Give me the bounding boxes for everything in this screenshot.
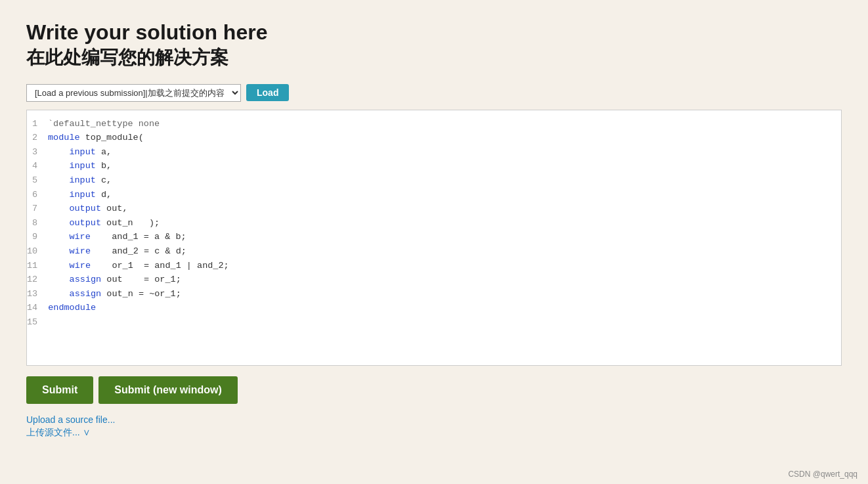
- code-line-4: 4 input b,: [27, 159, 841, 173]
- code-line-14: 14 endmodule: [27, 301, 841, 315]
- code-line-11: 11 wire or_1 = and_1 | and_2;: [27, 259, 841, 273]
- code-content-1: `default_nettype none: [48, 117, 160, 131]
- code-content-4: input b,: [48, 159, 112, 173]
- code-line-10: 10 wire and_2 = c & d;: [27, 244, 841, 259]
- line-num-10: 10: [27, 244, 48, 259]
- line-num-3: 3: [27, 145, 48, 160]
- upload-source-link[interactable]: Upload a source file...: [26, 414, 842, 425]
- code-line-2: 2 module top_module(: [27, 131, 841, 145]
- code-line-5: 5 input c,: [27, 173, 841, 188]
- line-num-7: 7: [27, 202, 48, 216]
- load-bar: [Load a previous submission]|加载之前提交的内容 L…: [26, 84, 842, 102]
- code-content-9: wire and_1 = a & b;: [48, 230, 186, 244]
- submit-button[interactable]: Submit: [26, 376, 93, 404]
- footer-credit: CSDN @qwert_qqq: [788, 470, 857, 479]
- code-content-5: input c,: [48, 173, 112, 188]
- line-num-4: 4: [27, 159, 48, 173]
- line-num-1: 1: [27, 117, 48, 131]
- code-line-6: 6 input d,: [27, 188, 841, 202]
- load-button[interactable]: Load: [246, 84, 289, 101]
- submission-select[interactable]: [Load a previous submission]|加载之前提交的内容: [26, 84, 241, 102]
- line-num-2: 2: [27, 131, 48, 145]
- code-content-2: module top_module(: [48, 131, 144, 145]
- line-num-6: 6: [27, 188, 48, 202]
- line-num-5: 5: [27, 173, 48, 188]
- line-num-9: 9: [27, 230, 48, 244]
- code-content-8: output out_n );: [48, 216, 160, 231]
- line-num-8: 8: [27, 216, 48, 231]
- code-editor[interactable]: 1 `default_nettype none 2 module top_mod…: [26, 110, 842, 366]
- buttons-row: Submit Submit (new window): [26, 376, 842, 404]
- code-line-13: 13 assign out_n = ~or_1;: [27, 287, 841, 301]
- code-line-12: 12 assign out = or_1;: [27, 273, 841, 287]
- code-line-1: 1 `default_nettype none: [27, 117, 841, 131]
- line-num-14: 14: [27, 301, 48, 315]
- code-content-13: assign out_n = ~or_1;: [48, 287, 181, 301]
- code-line-8: 8 output out_n );: [27, 216, 841, 231]
- upload-zh-link[interactable]: 上传源文件... ∨: [26, 427, 91, 437]
- code-line-9: 9 wire and_1 = a & b;: [27, 230, 841, 244]
- code-line-15: 15: [27, 315, 841, 330]
- code-line-7: 7 output out,: [27, 202, 841, 216]
- line-num-11: 11: [27, 259, 48, 273]
- code-content-7: output out,: [48, 202, 128, 216]
- code-content-14: endmodule: [48, 301, 96, 315]
- code-content-12: assign out = or_1;: [48, 273, 181, 287]
- page-title-en: Write your solution here: [26, 20, 842, 45]
- line-num-12: 12: [27, 273, 48, 287]
- code-content-11: wire or_1 = and_1 | and_2;: [48, 259, 228, 273]
- code-content-3: input a,: [48, 145, 112, 160]
- code-content-15: [48, 315, 53, 330]
- code-line-3: 3 input a,: [27, 145, 841, 160]
- line-num-15: 15: [27, 315, 48, 330]
- code-content-10: wire and_2 = c & d;: [48, 244, 186, 259]
- code-content-6: input d,: [48, 188, 112, 202]
- line-num-13: 13: [27, 287, 48, 301]
- page-title-zh: 在此处编写您的解决方案: [26, 45, 842, 70]
- submit-new-window-button[interactable]: Submit (new window): [98, 376, 238, 404]
